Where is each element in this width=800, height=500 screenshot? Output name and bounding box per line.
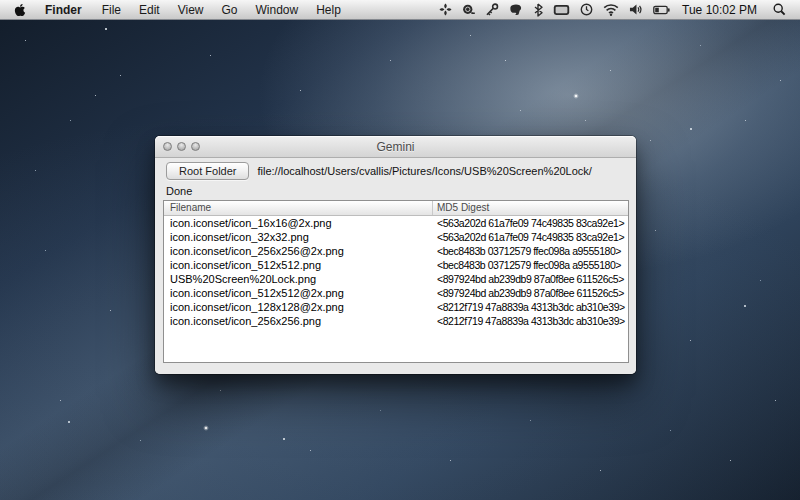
- bright-star-glow: [203, 425, 209, 431]
- table-row[interactable]: icon.iconset/icon_128x128@2x.png <8212f7…: [164, 300, 628, 314]
- table-header: Filename MD5 Digest: [164, 201, 628, 216]
- cell-filename: icon.iconset/icon_256x256.png: [164, 314, 433, 328]
- cell-md5: <563a202d 61a7fe09 74c49835 83ca92e1>: [433, 230, 628, 244]
- claws-icon[interactable]: [434, 0, 457, 19]
- menu-item[interactable]: Go: [213, 0, 247, 19]
- table-row[interactable]: icon.iconset/icon_32x32.png <563a202d 61…: [164, 230, 628, 244]
- wifi-icon[interactable]: [598, 0, 624, 19]
- menu-item[interactable]: Window: [247, 0, 308, 19]
- menu-item[interactable]: Help: [307, 0, 350, 19]
- cell-md5: <8212f719 47a8839a 4313b3dc ab310e39>: [433, 300, 628, 314]
- table-row[interactable]: USB%20Screen%20Lock.png <897924bd ab239d…: [164, 272, 628, 286]
- cell-filename: USB%20Screen%20Lock.png: [164, 272, 433, 286]
- cell-md5: <563a202d 61a7fe09 74c49835 83ca92e1>: [433, 216, 628, 230]
- elephant-icon[interactable]: [504, 0, 528, 19]
- table-row[interactable]: icon.iconset/icon_512x512.png <bec8483b …: [164, 258, 628, 272]
- table-body: icon.iconset/icon_16x16@2x.png <563a202d…: [164, 216, 628, 362]
- screen: FinderFileEditViewGoWindowHelp: [0, 0, 800, 500]
- window-content: Root Folder file://localhost/Users/cvall…: [155, 158, 636, 374]
- menu-bar-extras: Tue 10:02 PM: [434, 0, 800, 19]
- window-title: Gemini: [155, 140, 636, 154]
- key-icon[interactable]: [480, 0, 504, 19]
- status-label: Done: [166, 185, 625, 197]
- window-titlebar[interactable]: Gemini: [155, 136, 636, 158]
- cell-md5: <bec8483b 03712579 ffec098a a9555180>: [433, 244, 628, 258]
- cell-md5: <8212f719 47a8839a 4313b3dc ab310e39>: [433, 314, 628, 328]
- cell-filename: icon.iconset/icon_512x512@2x.png: [164, 286, 433, 300]
- battery-icon[interactable]: [648, 0, 675, 19]
- table-row[interactable]: icon.iconset/icon_256x256.png <8212f719 …: [164, 314, 628, 328]
- cell-filename: icon.iconset/icon_32x32.png: [164, 230, 433, 244]
- cell-md5: <897924bd ab239db9 87a0f8ee 611526c5>: [433, 272, 628, 286]
- bright-star-glow: [573, 93, 579, 99]
- cell-filename: icon.iconset/icon_256x256@2x.png: [164, 244, 433, 258]
- cell-filename: icon.iconset/icon_512x512.png: [164, 258, 433, 272]
- gemini-window: Gemini Root Folder file://localhost/User…: [155, 136, 636, 374]
- column-header-filename[interactable]: Filename: [164, 201, 433, 215]
- bluetooth-icon[interactable]: [528, 0, 548, 19]
- table-row[interactable]: icon.iconset/icon_16x16@2x.png <563a202d…: [164, 216, 628, 230]
- cell-filename: icon.iconset/icon_128x128@2x.png: [164, 300, 433, 314]
- spotlight-icon[interactable]: [765, 0, 800, 19]
- root-folder-button[interactable]: Root Folder: [166, 162, 249, 180]
- menu-bar-clock[interactable]: Tue 10:02 PM: [675, 3, 765, 17]
- cell-md5: <897924bd ab239db9 87a0f8ee 611526c5>: [433, 286, 628, 300]
- snail-icon[interactable]: [457, 0, 480, 19]
- root-folder-path: file://localhost/Users/cvallis/Pictures/…: [257, 165, 591, 177]
- menu-item[interactable]: Edit: [130, 0, 169, 19]
- menu-bar: FinderFileEditViewGoWindowHelp: [0, 0, 800, 20]
- cell-md5: <bec8483b 03712579 ffec098a a9555180>: [433, 258, 628, 272]
- volume-icon[interactable]: [624, 0, 648, 19]
- column-header-md5[interactable]: MD5 Digest: [433, 201, 628, 215]
- menu-item[interactable]: View: [169, 0, 213, 19]
- toolbar: Root Folder file://localhost/Users/cvall…: [166, 162, 626, 180]
- table-row[interactable]: icon.iconset/icon_512x512@2x.png <897924…: [164, 286, 628, 300]
- apple-icon: [14, 3, 26, 17]
- display-icon[interactable]: [548, 0, 575, 19]
- results-table: Filename MD5 Digest icon.iconset/icon_16…: [163, 200, 629, 363]
- table-row[interactable]: icon.iconset/icon_256x256@2x.png <bec848…: [164, 244, 628, 258]
- menu-item[interactable]: File: [93, 0, 130, 19]
- menu-item[interactable]: Finder: [36, 0, 93, 19]
- cell-filename: icon.iconset/icon_16x16@2x.png: [164, 216, 433, 230]
- apple-menu[interactable]: [0, 0, 36, 19]
- clock-dial-icon[interactable]: [575, 0, 598, 19]
- app-menus: FinderFileEditViewGoWindowHelp: [36, 0, 350, 19]
